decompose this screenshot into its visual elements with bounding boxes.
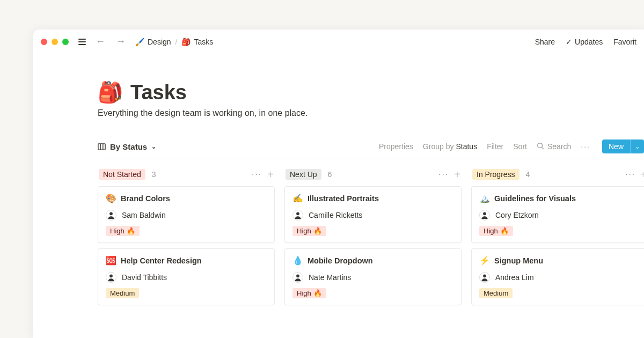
- assignee-name: Cory Etzkorn: [495, 211, 539, 219]
- card-icon: 🎨: [106, 193, 116, 203]
- minimize-window-button[interactable]: [52, 39, 58, 45]
- card-icon: 💧: [292, 255, 303, 266]
- svg-point-9: [483, 212, 486, 215]
- fire-icon: 🔥: [127, 227, 135, 235]
- avatar-icon: [106, 210, 116, 221]
- svg-point-8: [296, 274, 299, 277]
- task-card[interactable]: 💧Mobile DropdownNate MartinsHigh 🔥: [284, 248, 462, 305]
- column-header: Next Up6···+: [284, 166, 462, 186]
- breadcrumb-label: Design: [148, 38, 171, 46]
- app-window: ← → 🖌️ Design / 🎒 Tasks Share ✓ Updates …: [33, 30, 644, 338]
- card-title-text: Brand Colors: [121, 194, 170, 203]
- avatar-icon: [292, 272, 303, 283]
- card-title: ⚡Signup Menu: [479, 255, 640, 266]
- breadcrumb-label: Tasks: [194, 38, 213, 46]
- breadcrumb-item-tasks[interactable]: 🎒 Tasks: [181, 38, 213, 46]
- card-title-text: Guidelines for Visuals: [494, 194, 576, 203]
- task-card[interactable]: 🎨Brand ColorsSam BaldwinHigh 🔥: [98, 186, 275, 243]
- column-more-button[interactable]: ···: [438, 170, 449, 179]
- group-by-label: Group by: [423, 142, 454, 151]
- column-more-button[interactable]: ···: [252, 170, 262, 179]
- task-card[interactable]: 🆘Help Center RedesignDavid TibbittsMediu…: [98, 248, 275, 305]
- priority-tag: Medium: [106, 288, 139, 298]
- card-title: 🏔️Guidelines for Visuals: [479, 193, 640, 203]
- priority-tag: High 🔥: [479, 226, 513, 236]
- column-add-button[interactable]: +: [454, 169, 460, 180]
- page-icon[interactable]: 🎒: [98, 80, 123, 104]
- card-assignee: Camille Ricketts: [292, 210, 453, 221]
- breadcrumb: 🖌️ Design / 🎒 Tasks: [135, 38, 213, 46]
- updates-button[interactable]: ✓ Updates: [566, 38, 603, 46]
- updates-label: Updates: [575, 38, 603, 46]
- kanban-board: Not Started3···+🎨Brand ColorsSam Baldwin…: [98, 166, 644, 311]
- page-description[interactable]: Everything the design team is working on…: [98, 108, 644, 118]
- breadcrumb-item-design[interactable]: 🖌️ Design: [135, 38, 171, 46]
- column-label[interactable]: Next Up: [286, 169, 321, 180]
- page-content: 🎒 Tasks Everything the design team is wo…: [33, 54, 644, 311]
- maximize-window-button[interactable]: [62, 39, 69, 45]
- nav-back-button[interactable]: ←: [92, 34, 108, 49]
- svg-point-5: [109, 212, 113, 215]
- svg-point-6: [109, 274, 113, 277]
- task-card[interactable]: ✍️Illustrated PortraitsCamille RickettsH…: [284, 186, 462, 243]
- card-title-text: Mobile Dropdown: [308, 256, 373, 265]
- page-title: 🎒 Tasks: [98, 80, 644, 104]
- card-assignee: Nate Martins: [292, 272, 453, 283]
- column-header: In Progress4···+: [471, 166, 644, 186]
- card-title: 🎨Brand Colors: [106, 193, 267, 203]
- column-add-button[interactable]: +: [641, 169, 644, 180]
- board-column: Not Started3···+🎨Brand ColorsSam Baldwin…: [98, 166, 275, 311]
- breadcrumb-separator: /: [175, 38, 178, 46]
- page-title-text[interactable]: Tasks: [130, 81, 187, 104]
- priority-label: High: [297, 289, 311, 297]
- card-assignee: Cory Etzkorn: [479, 210, 640, 221]
- column-count: 3: [152, 170, 156, 179]
- priority-label: High: [297, 227, 311, 235]
- fire-icon: 🔥: [313, 289, 322, 297]
- view-bar: By Status ⌄ Properties Group by Status F…: [98, 139, 644, 158]
- priority-tag: High 🔥: [106, 226, 140, 236]
- group-by-button[interactable]: Group by Status: [423, 142, 477, 151]
- view-actions: Properties Group by Status Filter Sort S…: [379, 139, 644, 153]
- traffic-lights: [41, 39, 69, 45]
- avatar-icon: [106, 272, 116, 283]
- sidebar-toggle-icon[interactable]: [78, 39, 86, 45]
- nav-forward-button[interactable]: →: [113, 34, 129, 49]
- titlebar-actions: Share ✓ Updates Favorit: [535, 38, 636, 46]
- share-button[interactable]: Share: [535, 38, 555, 46]
- column-label[interactable]: Not Started: [99, 169, 145, 180]
- new-dropdown-button[interactable]: ⌄: [630, 139, 644, 153]
- card-title-text: Illustrated Portraits: [308, 194, 379, 203]
- priority-label: High: [484, 227, 498, 235]
- column-more-button[interactable]: ···: [625, 170, 635, 179]
- chevron-down-icon: ⌄: [151, 143, 156, 150]
- task-card[interactable]: 🏔️Guidelines for VisualsCory EtzkornHigh…: [471, 186, 644, 243]
- search-label: Search: [547, 142, 571, 151]
- new-button[interactable]: New: [602, 139, 630, 153]
- task-card[interactable]: ⚡Signup MenuAndrea LimMedium: [471, 248, 644, 305]
- avatar-icon: [479, 210, 490, 221]
- filter-button[interactable]: Filter: [487, 142, 503, 151]
- view-selector[interactable]: By Status ⌄: [98, 142, 156, 151]
- svg-point-7: [296, 212, 299, 215]
- search-button[interactable]: Search: [537, 142, 571, 151]
- favorite-button[interactable]: Favorit: [613, 38, 636, 46]
- assignee-name: David Tibbitts: [122, 273, 167, 282]
- column-header: Not Started3···+: [98, 166, 275, 186]
- titlebar: ← → 🖌️ Design / 🎒 Tasks Share ✓ Updates …: [33, 30, 644, 54]
- new-button-group: New ⌄: [602, 139, 644, 153]
- assignee-name: Andrea Lim: [495, 273, 534, 282]
- close-window-button[interactable]: [41, 39, 47, 45]
- column-add-button[interactable]: +: [267, 169, 274, 180]
- sort-button[interactable]: Sort: [513, 142, 527, 151]
- card-title: 🆘Help Center Redesign: [106, 255, 267, 266]
- more-options-button[interactable]: ···: [581, 142, 590, 151]
- svg-point-3: [538, 143, 543, 148]
- view-name: By Status: [110, 142, 147, 151]
- board-icon: [98, 143, 106, 151]
- board-column: Next Up6···+✍️Illustrated PortraitsCamil…: [284, 166, 462, 311]
- priority-label: Medium: [110, 289, 135, 297]
- properties-button[interactable]: Properties: [379, 142, 413, 151]
- assignee-name: Nate Martins: [309, 273, 351, 282]
- column-label[interactable]: In Progress: [472, 169, 519, 180]
